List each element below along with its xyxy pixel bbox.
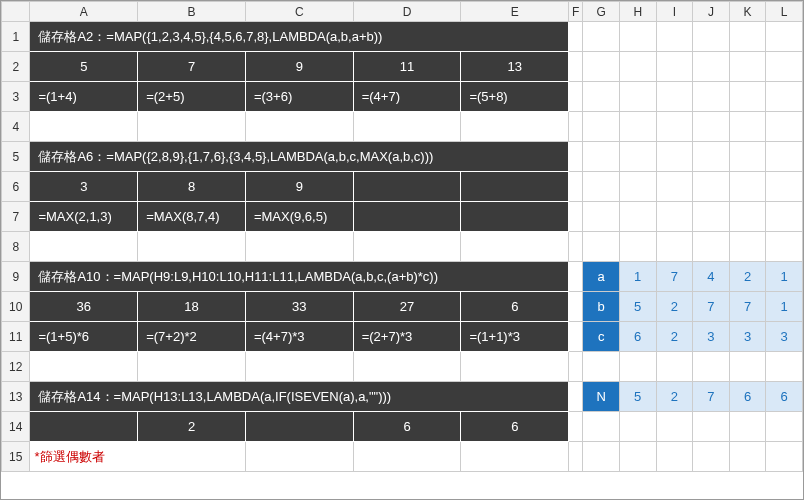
col-header[interactable]: A	[30, 2, 138, 22]
cell[interactable]: 1	[766, 262, 803, 292]
row-header[interactable]: 15	[2, 442, 30, 472]
cell[interactable]	[461, 172, 569, 202]
cell[interactable]	[766, 142, 803, 172]
cell[interactable]	[569, 82, 583, 112]
cell[interactable]	[766, 172, 803, 202]
formula-title[interactable]: 儲存格A14：=MAP(H13:L13,LAMBDA(a,IF(ISEVEN(a…	[30, 382, 569, 412]
cell[interactable]	[583, 352, 620, 382]
cell[interactable]: 2	[656, 382, 693, 412]
cell[interactable]	[729, 442, 766, 472]
cell[interactable]: 6	[766, 382, 803, 412]
cell[interactable]: 6	[729, 382, 766, 412]
corner-cell[interactable]	[2, 2, 30, 22]
col-header[interactable]: C	[245, 2, 353, 22]
col-header[interactable]: B	[138, 2, 246, 22]
cell[interactable]	[30, 412, 138, 442]
cell[interactable]	[693, 142, 730, 172]
cell[interactable]	[656, 142, 693, 172]
cell[interactable]	[693, 82, 730, 112]
spreadsheet[interactable]: A B C D E F G H I J K L 1 儲存格A2：=MAP({1,…	[0, 0, 804, 500]
cell[interactable]	[656, 232, 693, 262]
cell[interactable]	[729, 352, 766, 382]
cell[interactable]	[656, 352, 693, 382]
cell[interactable]	[729, 22, 766, 52]
cell[interactable]: =MAX(9,6,5)	[245, 202, 353, 232]
cell[interactable]: 9	[245, 172, 353, 202]
cell[interactable]: 3	[30, 172, 138, 202]
cell[interactable]	[138, 352, 246, 382]
formula-title[interactable]: 儲存格A2：=MAP({1,2,3,4,5},{4,5,6,7,8},LAMBD…	[30, 22, 569, 52]
cell[interactable]	[729, 412, 766, 442]
cell[interactable]	[583, 112, 620, 142]
cell[interactable]	[619, 232, 656, 262]
cell[interactable]: N	[583, 382, 620, 412]
cell[interactable]	[353, 442, 461, 472]
cell[interactable]	[245, 112, 353, 142]
cell[interactable]	[766, 232, 803, 262]
grid[interactable]: A B C D E F G H I J K L 1 儲存格A2：=MAP({1,…	[1, 1, 803, 472]
cell[interactable]	[619, 412, 656, 442]
cell[interactable]: c	[583, 322, 620, 352]
cell[interactable]	[569, 112, 583, 142]
cell[interactable]	[583, 82, 620, 112]
col-header[interactable]: H	[619, 2, 656, 22]
cell[interactable]	[729, 172, 766, 202]
cell[interactable]	[569, 22, 583, 52]
cell[interactable]	[245, 412, 353, 442]
cell[interactable]	[30, 232, 138, 262]
cell[interactable]: 1	[619, 262, 656, 292]
col-header[interactable]: D	[353, 2, 461, 22]
cell[interactable]	[656, 22, 693, 52]
cell[interactable]	[656, 52, 693, 82]
cell[interactable]	[461, 442, 569, 472]
cell[interactable]	[461, 202, 569, 232]
cell[interactable]	[245, 352, 353, 382]
cell[interactable]	[569, 232, 583, 262]
cell[interactable]	[583, 52, 620, 82]
cell[interactable]	[619, 112, 656, 142]
cell[interactable]	[569, 142, 583, 172]
cell[interactable]	[569, 52, 583, 82]
cell[interactable]	[729, 202, 766, 232]
cell[interactable]: 6	[353, 412, 461, 442]
cell[interactable]: b	[583, 292, 620, 322]
cell[interactable]	[583, 412, 620, 442]
cell[interactable]: 3	[766, 322, 803, 352]
row-header[interactable]: 9	[2, 262, 30, 292]
col-header[interactable]: K	[729, 2, 766, 22]
cell[interactable]: 7	[138, 52, 246, 82]
cell[interactable]	[729, 82, 766, 112]
cell[interactable]: 6	[461, 292, 569, 322]
cell[interactable]: =(2+5)	[138, 82, 246, 112]
cell[interactable]	[569, 322, 583, 352]
row-header[interactable]: 6	[2, 172, 30, 202]
cell[interactable]: 7	[693, 292, 730, 322]
cell[interactable]	[693, 22, 730, 52]
cell[interactable]: =(4+7)	[353, 82, 461, 112]
cell[interactable]	[693, 202, 730, 232]
cell[interactable]	[353, 202, 461, 232]
cell[interactable]	[766, 352, 803, 382]
cell[interactable]	[693, 412, 730, 442]
cell[interactable]	[569, 352, 583, 382]
cell[interactable]	[583, 202, 620, 232]
cell[interactable]	[569, 172, 583, 202]
cell[interactable]: =(4+7)*3	[245, 322, 353, 352]
col-header[interactable]: J	[693, 2, 730, 22]
cell[interactable]	[583, 442, 620, 472]
cell[interactable]	[583, 172, 620, 202]
cell[interactable]	[619, 142, 656, 172]
cell[interactable]	[766, 82, 803, 112]
cell[interactable]	[693, 112, 730, 142]
cell[interactable]	[30, 352, 138, 382]
cell[interactable]: =(1+5)*6	[30, 322, 138, 352]
cell[interactable]	[461, 232, 569, 262]
row-header[interactable]: 11	[2, 322, 30, 352]
cell[interactable]	[619, 202, 656, 232]
cell[interactable]	[619, 172, 656, 202]
cell[interactable]	[569, 262, 583, 292]
cell[interactable]: 2	[729, 262, 766, 292]
cell[interactable]	[656, 112, 693, 142]
note-text[interactable]: *篩選偶數者	[30, 442, 245, 472]
cell[interactable]: 2	[656, 292, 693, 322]
